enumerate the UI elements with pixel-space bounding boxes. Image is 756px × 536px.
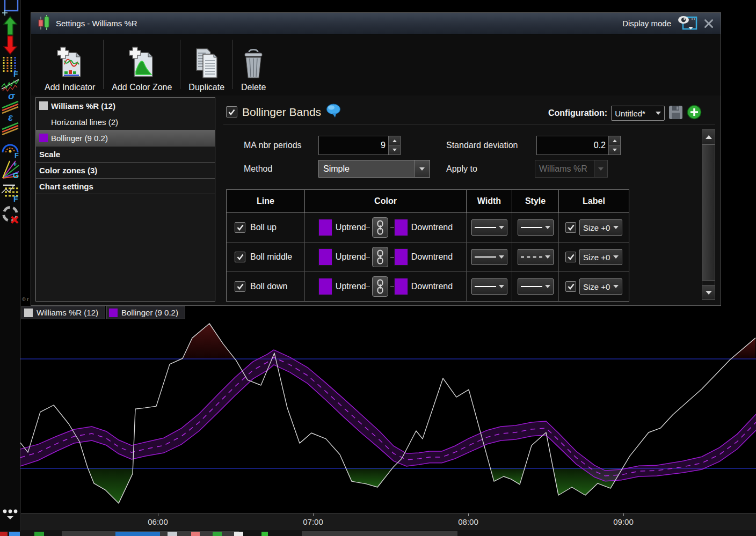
downtrend-color-swatch[interactable] (394, 278, 408, 295)
style-dropdown[interactable] (518, 249, 554, 265)
line-checkbox[interactable] (235, 281, 245, 292)
label-checkbox[interactable] (565, 252, 576, 262)
label-size-value: Size +0 (583, 282, 610, 291)
style-dropdown[interactable] (518, 219, 554, 236)
line-checkbox[interactable] (235, 222, 245, 233)
green-indicator-icon[interactable] (34, 532, 44, 536)
sidebar-item-label: Bollinger (9 0.2) (51, 134, 108, 143)
active-window-icon[interactable] (115, 532, 160, 536)
more-options-icon[interactable] (0, 507, 20, 522)
levels-f-icon[interactable]: F (0, 181, 20, 202)
toolbar-button-label: Duplicate (188, 83, 224, 92)
green-red-tool-icon[interactable] (213, 532, 222, 536)
epsilon-icon[interactable]: ε (0, 113, 20, 135)
add-green-icon[interactable] (261, 532, 268, 536)
ma-periods-input[interactable]: 9 (318, 136, 401, 155)
blue-arrow-icon[interactable] (9, 532, 20, 536)
delete-button[interactable]: Delete (233, 38, 274, 92)
uptrend-color-swatch[interactable] (318, 248, 332, 266)
label-checkbox[interactable] (565, 222, 576, 233)
table-row-boll-down: Boll down Uptrend Downtrend (227, 272, 629, 301)
add-indicator-button[interactable]: Add Indicator (37, 38, 103, 92)
sidebar-item-bollinger[interactable]: Bollinger (9 0.2) (36, 130, 215, 146)
donut-close-icon[interactable] (0, 204, 20, 225)
std-dev-input[interactable]: 0.2 (536, 136, 621, 155)
axis-tick (313, 513, 314, 516)
legend-item-williams[interactable]: Williams %R (12) (21, 306, 105, 319)
legend-label: Bollinger (9 0.2) (121, 308, 178, 317)
style-dropdown[interactable] (518, 278, 554, 295)
sigma-icon[interactable]: σ (0, 91, 20, 114)
sidebar-item-label: Williams %R (12) (51, 101, 115, 111)
line-checkbox[interactable] (235, 252, 245, 262)
zigzag-trend-icon[interactable] (0, 75, 20, 93)
arrow-down-icon[interactable] (0, 34, 20, 56)
sidebar-item-williams[interactable]: Williams %R (12) (36, 98, 215, 114)
width-dropdown[interactable] (471, 219, 507, 236)
dialog-title: Settings - Williams %R (56, 19, 137, 28)
indicator-plot[interactable] (20, 319, 756, 513)
red-accent-icon[interactable] (0, 532, 8, 536)
color-swatch (39, 101, 48, 110)
save-configuration-icon[interactable] (668, 105, 683, 122)
candlestick-icon (37, 14, 52, 33)
configuration-value: Untitled* (615, 109, 645, 118)
svg-text:F: F (13, 195, 18, 202)
scroll-thumb[interactable] (702, 144, 715, 281)
red-tool-icon[interactable] (191, 532, 200, 536)
sidebar-item-color-zones[interactable]: Color zones (3) (36, 162, 215, 178)
width-dropdown[interactable] (471, 278, 507, 295)
sidebar-item-scale[interactable]: Scale (36, 146, 215, 162)
white-window-icon[interactable] (234, 532, 243, 536)
close-icon[interactable] (702, 17, 715, 30)
add-color-zone-button[interactable]: Add Color Zone (104, 38, 180, 92)
fan-lines-g-icon[interactable]: +G (0, 159, 20, 180)
legend-item-bollinger[interactable]: Bollinger (9 0.2) (106, 306, 185, 319)
bollinger-settings-panel: Bollinger Bands Configuration: Untitled* (223, 97, 715, 302)
color-swatch (39, 134, 48, 142)
help-bubble-icon[interactable] (326, 104, 342, 120)
link-colors-button[interactable] (372, 217, 388, 238)
panel-scrollbar[interactable] (702, 129, 715, 300)
std-dev-label: Standard deviation (446, 136, 518, 155)
label-checkbox[interactable] (565, 281, 576, 292)
settings-dialog: Settings - Williams %R Display mode Add … (31, 12, 721, 306)
display-mode-button[interactable] (676, 14, 697, 33)
link-colors-button[interactable] (372, 247, 388, 267)
uptrend-color-swatch[interactable] (318, 278, 332, 295)
method-dropdown[interactable]: Simple (318, 160, 430, 178)
uptrend-color-swatch[interactable] (318, 219, 332, 236)
scroll-up-button[interactable] (702, 130, 715, 144)
ma-periods-stepper[interactable] (388, 136, 400, 155)
svg-text:G: G (13, 171, 19, 180)
link-colors-button[interactable] (372, 276, 388, 297)
std-dev-stepper[interactable] (608, 136, 620, 155)
time-axis[interactable]: 06:0007:0008:0009:00 (21, 513, 756, 531)
selection-rect-icon[interactable] (0, 0, 20, 16)
panel-title: Bollinger Bands (242, 106, 321, 119)
document-icon[interactable] (168, 532, 177, 536)
width-dropdown[interactable] (471, 249, 507, 265)
arrow-up-icon[interactable] (0, 15, 20, 36)
scroll-down-button[interactable] (702, 285, 715, 299)
downtrend-color-swatch[interactable] (394, 248, 408, 266)
axis-tick (623, 513, 624, 516)
dialog-titlebar[interactable]: Settings - Williams %R Display mode (31, 13, 721, 34)
histogram-f-icon[interactable]: F (0, 55, 20, 77)
label-size-dropdown[interactable]: Size +0 (579, 219, 622, 236)
table-header: Line Color Width Style Label (227, 190, 629, 213)
label-size-dropdown[interactable]: Size +0 (579, 278, 622, 295)
sidebar-item-horizontal-lines[interactable]: Horizontal lines (2) (36, 114, 215, 130)
os-taskbar[interactable] (0, 531, 756, 536)
add-configuration-icon[interactable] (687, 105, 702, 122)
sidebar-item-chart-settings[interactable]: Chart settings (36, 178, 215, 194)
downtrend-color-swatch[interactable] (394, 219, 408, 236)
configuration-dropdown[interactable]: Untitled* (611, 106, 665, 121)
delete-icon (241, 47, 266, 81)
label-size-dropdown[interactable]: Size +0 (579, 249, 622, 265)
method-label: Method (244, 160, 272, 178)
gauge-f-icon[interactable]: F (0, 138, 20, 159)
duplicate-icon (192, 47, 221, 81)
indicator-enabled-checkbox[interactable] (226, 106, 237, 118)
duplicate-button[interactable]: Duplicate (180, 38, 232, 92)
